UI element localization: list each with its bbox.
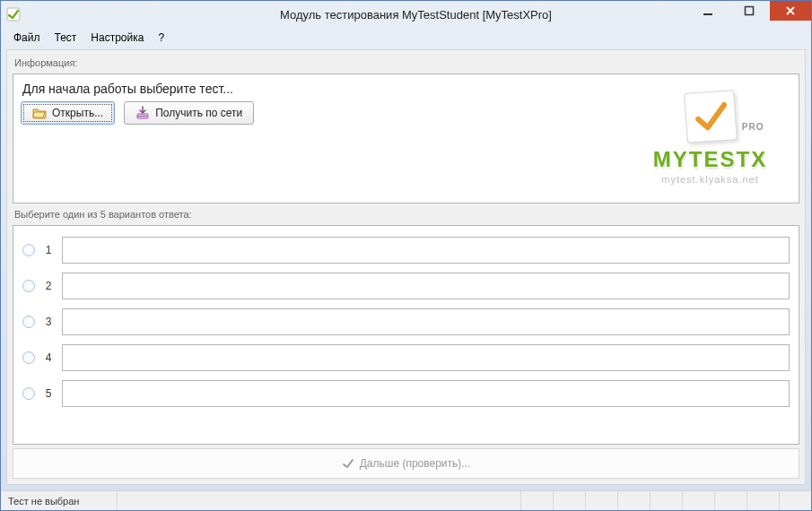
answer-num: 3	[44, 316, 53, 328]
next-button[interactable]: Дальше (проверить)...	[13, 448, 799, 479]
logo-brand-text: MYTESTX	[653, 147, 767, 172]
answer-radio-1[interactable]	[22, 244, 35, 256]
answer-row: 4	[22, 344, 790, 371]
answer-row: 5	[22, 380, 790, 407]
answer-radio-4[interactable]	[22, 351, 35, 364]
answer-num: 4	[44, 351, 53, 364]
logo-checkmark-icon	[684, 90, 738, 143]
status-segment	[682, 491, 714, 510]
info-panel: Для начала работы выберите тест... Откры…	[13, 74, 799, 204]
svg-rect-1	[703, 13, 712, 15]
status-text: Тест не выбран	[1, 491, 118, 510]
app-icon	[6, 7, 21, 22]
status-segment	[650, 491, 682, 510]
brand-logo: PRO MYTESTX mytest.klyaksa.net	[627, 80, 793, 196]
logo-url: mytest.klyaksa.net	[661, 174, 758, 185]
answer-row: 3	[22, 308, 790, 335]
info-group-label: Информация:	[14, 57, 798, 68]
answer-text-5[interactable]	[62, 380, 790, 407]
answers-group-label: Выберите один из 5 вариантов ответа:	[14, 209, 798, 220]
answer-num: 2	[44, 280, 53, 292]
maximize-button[interactable]	[729, 1, 770, 21]
menu-file[interactable]: Файл	[6, 30, 48, 46]
folder-open-icon	[32, 106, 47, 120]
answer-text-1[interactable]	[62, 237, 790, 264]
logo-pro-tag: PRO	[742, 122, 764, 132]
close-button[interactable]	[770, 1, 811, 21]
app-window: Модуль тестирования MyTestStudent [MyTes…	[0, 0, 812, 511]
status-segment	[714, 491, 747, 510]
answer-text-4[interactable]	[62, 344, 790, 371]
svg-rect-2	[746, 7, 754, 15]
answer-num: 5	[44, 387, 53, 400]
answers-panel: 1 2 3 4 5	[13, 225, 799, 445]
open-test-label: Открыть...	[52, 107, 103, 119]
minimize-button[interactable]	[687, 1, 729, 21]
answer-radio-2[interactable]	[22, 280, 35, 292]
open-test-button[interactable]: Открыть...	[21, 101, 115, 125]
answer-num: 1	[44, 244, 53, 256]
client-area: Информация: Для начала работы выберите т…	[6, 49, 806, 485]
svg-rect-4	[138, 116, 147, 117]
get-from-network-button[interactable]: Получить по сети	[124, 101, 254, 125]
status-segment	[520, 491, 553, 510]
answer-text-2[interactable]	[62, 273, 790, 299]
status-segment	[747, 491, 779, 510]
titlebar: Модуль тестирования MyTestStudent [MyTes…	[1, 1, 811, 28]
window-controls	[687, 1, 811, 21]
answer-text-3[interactable]	[62, 308, 790, 335]
menubar: Файл Тест Настройка ?	[1, 28, 811, 48]
status-segment	[585, 491, 617, 510]
next-button-label: Дальше (проверить)...	[360, 457, 471, 470]
get-from-network-label: Получить по сети	[155, 107, 242, 119]
answer-radio-5[interactable]	[22, 387, 35, 400]
statusbar: Тест не выбран	[1, 490, 811, 510]
answer-row: 1	[22, 237, 790, 264]
check-icon	[342, 457, 354, 470]
status-segment	[617, 491, 650, 510]
status-spacer	[118, 491, 520, 510]
status-segment	[553, 491, 585, 510]
network-download-icon	[135, 106, 150, 120]
menu-help[interactable]: ?	[151, 30, 171, 46]
answer-radio-3[interactable]	[22, 316, 35, 328]
answer-row: 2	[22, 273, 790, 299]
status-segment	[779, 491, 811, 510]
menu-settings[interactable]: Настройка	[83, 30, 151, 46]
menu-test[interactable]: Тест	[48, 30, 84, 46]
